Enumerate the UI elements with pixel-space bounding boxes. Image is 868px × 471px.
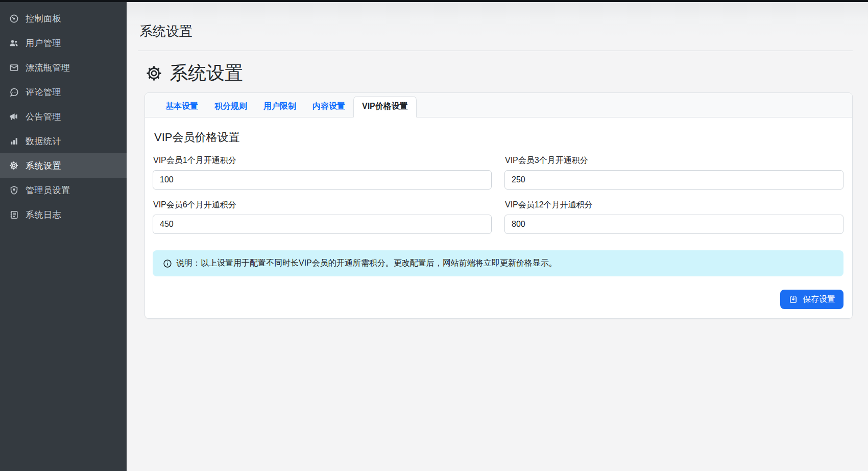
sidebar: 控制面板 用户管理 漂流瓶管理 — [0, 2, 127, 471]
tab-user-limits[interactable]: 用户限制 — [255, 97, 304, 117]
save-icon — [788, 295, 798, 304]
info-alert-text: 说明：以上设置用于配置不同时长VIP会员的开通所需积分。更改配置后，网站前端将立… — [176, 258, 557, 269]
sidebar-item-label: 公告管理 — [26, 111, 61, 123]
envelope-icon — [9, 62, 19, 73]
field-vip-12-month: VIP会员12个月开通积分 — [504, 200, 843, 234]
tab-panel-vip-prices: VIP会员价格设置 VIP会员1个月开通积分 VIP会员3个月开通积分 VIP会… — [145, 117, 852, 318]
card-heading: 系统设置 — [144, 61, 853, 86]
gear-icon — [9, 160, 19, 171]
sidebar-item-system-settings[interactable]: 系统设置 — [0, 153, 127, 178]
settings-tabs: 基本设置 积分规则 用户限制 内容设置 VIP价格设置 — [145, 93, 852, 117]
sidebar-item-label: 系统日志 — [26, 209, 61, 221]
save-button-label: 保存设置 — [803, 294, 835, 305]
card-footer: 保存设置 — [153, 290, 843, 309]
field-label: VIP会员3个月开通积分 — [505, 155, 843, 166]
field-label: VIP会员6个月开通积分 — [153, 200, 492, 210]
card-heading-title: 系统设置 — [170, 61, 243, 86]
field-label: VIP会员12个月开通积分 — [505, 200, 843, 210]
journal-icon — [9, 209, 19, 220]
tab-points-rules[interactable]: 积分规则 — [206, 97, 255, 117]
sidebar-item-admin-settings[interactable]: 管理员设置 — [0, 178, 127, 202]
field-vip-6-month: VIP会员6个月开通积分 — [153, 200, 492, 234]
sidebar-item-label: 数据统计 — [26, 135, 61, 147]
vip-6-month-input[interactable] — [153, 215, 492, 234]
sidebar-item-announcements[interactable]: 公告管理 — [0, 104, 127, 129]
field-label: VIP会员1个月开通积分 — [153, 155, 492, 166]
sidebar-item-system-logs[interactable]: 系统日志 — [0, 202, 127, 227]
sidebar-item-users[interactable]: 用户管理 — [0, 31, 127, 55]
tab-basic-settings[interactable]: 基本设置 — [157, 97, 206, 117]
sidebar-item-statistics[interactable]: 数据统计 — [0, 129, 127, 153]
sidebar-item-label: 控制面板 — [26, 13, 61, 25]
vip-price-form: VIP会员1个月开通积分 VIP会员3个月开通积分 VIP会员6个月开通积分 — [153, 155, 843, 234]
bar-chart-icon — [9, 136, 19, 146]
field-vip-3-month: VIP会员3个月开通积分 — [504, 155, 843, 190]
chat-dots-icon — [9, 87, 19, 97]
sidebar-item-label: 评论管理 — [26, 86, 61, 98]
section-title: VIP会员价格设置 — [154, 130, 843, 145]
info-alert: 说明：以上设置用于配置不同时长VIP会员的开通所需积分。更改配置后，网站前端将立… — [153, 250, 843, 276]
sidebar-item-dashboard[interactable]: 控制面板 — [0, 6, 127, 31]
main-content: 系统设置 系统设置 — [127, 2, 868, 471]
header-divider — [138, 51, 853, 51]
users-icon — [9, 38, 19, 48]
admin-app: 控制面板 用户管理 漂流瓶管理 — [0, 0, 868, 471]
speedometer-icon — [9, 13, 19, 23]
settings-card: 基本设置 积分规则 用户限制 内容设置 VIP价格设置 VIP会员价格设置 VI… — [144, 92, 853, 319]
sidebar-item-label: 系统设置 — [26, 160, 61, 172]
tab-vip-price-settings[interactable]: VIP价格设置 — [353, 96, 417, 117]
vip-3-month-input[interactable] — [504, 170, 843, 190]
megaphone-icon — [9, 111, 19, 122]
info-icon — [163, 259, 172, 268]
field-vip-1-month: VIP会员1个月开通积分 — [153, 155, 492, 190]
shield-icon — [9, 185, 19, 195]
sidebar-item-comments[interactable]: 评论管理 — [0, 80, 127, 104]
sidebar-item-bottles[interactable]: 漂流瓶管理 — [0, 55, 127, 80]
vip-12-month-input[interactable] — [504, 215, 843, 234]
vip-1-month-input[interactable] — [153, 170, 492, 190]
gear-icon — [144, 64, 163, 83]
sidebar-item-label: 用户管理 — [26, 37, 61, 49]
tab-content-settings[interactable]: 内容设置 — [304, 97, 353, 117]
sidebar-item-label: 管理员设置 — [26, 184, 70, 196]
page-title: 系统设置 — [139, 2, 853, 51]
sidebar-item-label: 漂流瓶管理 — [26, 62, 70, 74]
save-settings-button[interactable]: 保存设置 — [780, 290, 843, 309]
